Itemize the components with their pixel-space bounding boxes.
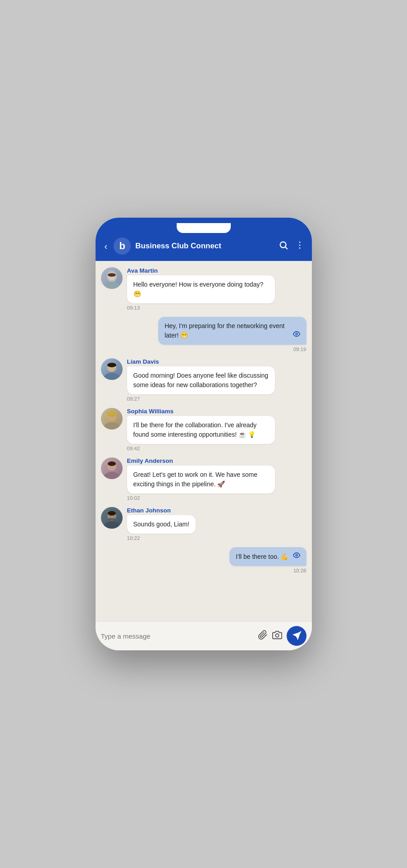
camera-icon[interactable] — [272, 630, 282, 642]
svg-point-4 — [299, 247, 300, 249]
message-input[interactable] — [101, 630, 253, 643]
header-title: Business Club Connect — [135, 242, 274, 251]
app-header: ‹ b Business Club Connect — [96, 233, 312, 261]
message-time: 10:02 — [127, 495, 275, 501]
svg-point-17 — [104, 472, 120, 479]
notch — [177, 223, 231, 233]
phone-top — [96, 218, 312, 233]
sender-name: Liam Davis — [127, 358, 275, 365]
phone-frame: ‹ b Business Club Connect — [96, 218, 312, 650]
message-bubble: Hey, I'm preparing for the networking ev… — [158, 317, 306, 345]
message-time: 09:13 — [127, 305, 275, 311]
svg-line-1 — [285, 247, 287, 249]
message-bubble: Sounds good, Liam! — [127, 515, 196, 534]
svg-point-14 — [104, 422, 120, 429]
svg-point-2 — [299, 242, 300, 243]
svg-point-11 — [104, 373, 120, 380]
svg-point-23 — [108, 511, 116, 516]
message-bubble: Hello everyone! How is everyone doing to… — [127, 275, 275, 303]
message-bubble-wrap: I'll be there too. 💪 10:28 — [229, 547, 306, 573]
message-bubble: Good morning! Does anyone feel like disc… — [127, 366, 275, 394]
read-receipt-icon — [293, 330, 300, 340]
app-logo: b — [114, 238, 131, 255]
message-time: 10:22 — [127, 535, 196, 541]
message-time: 09:19 — [293, 347, 306, 352]
table-row: Emily Anderson Great! Let's get to work … — [101, 457, 306, 501]
table-row: Liam Davis Good morning! Does anyone fee… — [101, 358, 306, 402]
table-row: Ethan Johnson Sounds good, Liam! 10:22 — [101, 507, 306, 541]
avatar — [101, 457, 123, 479]
message-time: 09:42 — [127, 446, 275, 451]
avatar — [101, 267, 123, 289]
message-bubble-wrap: Hey, I'm preparing for the networking ev… — [158, 317, 306, 352]
header-actions — [279, 240, 305, 252]
input-bar — [96, 621, 312, 650]
message-bubble-wrap: Sophia Williams I'll be there for the co… — [127, 408, 275, 451]
attachment-icon[interactable] — [258, 630, 268, 642]
message-bubble-wrap: Ava Martin Hello everyone! How is everyo… — [127, 267, 275, 311]
message-time: 09:27 — [127, 396, 275, 402]
sender-name: Emily Anderson — [127, 457, 275, 464]
svg-point-13 — [107, 363, 116, 367]
message-bubble: Great! Let's get to work on it. We have … — [127, 466, 275, 493]
svg-point-20 — [104, 521, 120, 529]
sender-name: Ava Martin — [127, 267, 275, 274]
svg-point-6 — [104, 282, 120, 289]
chat-area: Ava Martin Hello everyone! How is everyo… — [96, 261, 312, 621]
table-row: Sophia Williams I'll be there for the co… — [101, 408, 306, 451]
message-bubble: I'll be there for the collaboration. I'v… — [127, 416, 275, 444]
avatar — [101, 408, 123, 429]
avatar — [101, 507, 123, 529]
bubble-text: Hey, I'm preparing for the networking ev… — [165, 321, 288, 340]
sender-name: Ethan Johnson — [127, 507, 196, 514]
back-button[interactable]: ‹ — [103, 239, 110, 253]
sender-name: Sophia Williams — [127, 408, 275, 415]
svg-point-25 — [275, 634, 279, 637]
read-receipt-icon — [293, 552, 300, 562]
message-bubble-wrap: Emily Anderson Great! Let's get to work … — [127, 457, 275, 501]
message-time: 10:28 — [293, 568, 306, 573]
svg-point-10 — [296, 333, 297, 335]
message-bubble-wrap: Ethan Johnson Sounds good, Liam! 10:22 — [127, 507, 196, 541]
svg-rect-9 — [109, 274, 115, 276]
table-row: Hey, I'm preparing for the networking ev… — [101, 317, 306, 352]
svg-point-24 — [296, 554, 297, 556]
message-bubble: I'll be there too. 💪 — [229, 547, 306, 566]
message-bubble-wrap: Liam Davis Good morning! Does anyone fee… — [127, 358, 275, 402]
bubble-text: I'll be there too. 💪 — [236, 552, 288, 562]
search-icon[interactable] — [279, 240, 288, 252]
more-icon[interactable] — [295, 240, 305, 252]
svg-point-3 — [299, 244, 300, 246]
table-row: I'll be there too. 💪 10:28 — [101, 547, 306, 573]
svg-marker-27 — [292, 632, 300, 640]
avatar — [101, 358, 123, 380]
table-row: Ava Martin Hello everyone! How is everyo… — [101, 267, 306, 311]
send-button[interactable] — [287, 626, 306, 646]
